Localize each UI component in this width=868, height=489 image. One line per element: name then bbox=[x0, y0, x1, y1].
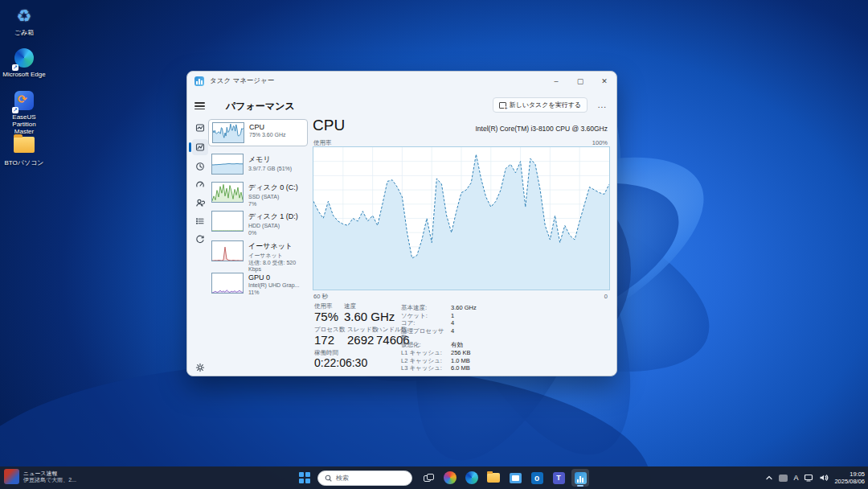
titlebar[interactable]: タスク マネージャー – ▢ ✕ bbox=[187, 72, 616, 91]
copilot-icon bbox=[444, 471, 457, 484]
desktop-icon-edge[interactable]: ↗ Microsoft Edge bbox=[2, 48, 47, 78]
volume-button[interactable] bbox=[819, 474, 829, 482]
teams-button[interactable]: T bbox=[550, 469, 567, 487]
tray-chevron-button[interactable] bbox=[765, 475, 773, 481]
edge-taskbar-button[interactable] bbox=[463, 469, 481, 487]
desktop: ♻ ごみ箱 ↗ Microsoft Edge ↗ EaseUS Partitio… bbox=[0, 0, 868, 489]
perf-item-gpu[interactable]: GPU 0 Intel(R) UHD Grap... 11% bbox=[208, 270, 308, 298]
outlook-button[interactable]: o bbox=[528, 469, 546, 487]
detail-key: ソケット: bbox=[401, 313, 451, 319]
detail-value: 4 bbox=[451, 328, 562, 341]
users-icon bbox=[195, 198, 205, 208]
chevron-up-icon bbox=[765, 475, 773, 481]
stat-value-threads: 2692 bbox=[347, 333, 374, 347]
file-explorer-button[interactable] bbox=[485, 469, 502, 487]
page-title: パフォーマンス bbox=[226, 100, 295, 113]
disk1-mini-chart bbox=[211, 211, 244, 232]
settings-button[interactable] bbox=[192, 360, 208, 376]
search-placeholder: 検索 bbox=[336, 474, 349, 483]
detail-value: 有効 bbox=[451, 342, 562, 348]
history-clock-icon bbox=[195, 162, 205, 171]
perf-item-sub: SSD (SATA) bbox=[248, 194, 298, 200]
maximize-button[interactable]: ▢ bbox=[568, 72, 592, 91]
detail-value: 1.0 MB bbox=[451, 358, 562, 364]
ime-indicator[interactable]: A bbox=[793, 474, 798, 482]
detail-value: 1 bbox=[451, 313, 562, 319]
start-button[interactable] bbox=[296, 469, 313, 487]
sidebar-item-app-history[interactable] bbox=[192, 158, 208, 175]
detail-key: 仮想化: bbox=[401, 342, 451, 348]
windows-logo-icon bbox=[299, 472, 310, 483]
perf-item-title: CPU bbox=[249, 123, 286, 131]
perf-item-sub: Intel(R) UHD Grap... bbox=[248, 282, 299, 289]
perf-item-sub2: 11% bbox=[248, 290, 299, 296]
detail-key: L2 キャッシュ: bbox=[401, 358, 451, 364]
taskbar-search-input[interactable]: 検索 bbox=[317, 471, 412, 486]
startup-icon bbox=[195, 179, 205, 189]
perf-item-memory[interactable]: メモリ 3.9/7.7 GB (51%) bbox=[208, 151, 308, 177]
axis-0-label: 0 bbox=[604, 293, 608, 300]
taskbar-clock[interactable]: 19:05 2025/08/06 bbox=[834, 471, 865, 485]
detail-key: 基本速度: bbox=[401, 305, 451, 311]
close-button[interactable]: ✕ bbox=[592, 72, 616, 91]
network-icon bbox=[804, 474, 813, 482]
cpu-usage-chart bbox=[313, 146, 610, 290]
perf-item-cpu[interactable]: CPU 75% 3.60 GHz bbox=[208, 119, 308, 146]
detail-value: 6.0 MB bbox=[451, 365, 562, 372]
sidebar-item-users[interactable] bbox=[192, 195, 208, 211]
detail-key: L1 キャッシュ: bbox=[401, 350, 451, 356]
perf-item-title: イーサネット bbox=[248, 241, 305, 252]
desktop-icon-label: Microsoft Edge bbox=[2, 71, 47, 78]
desktop-icon-label: EaseUS Partition Master bbox=[2, 113, 47, 135]
minimize-button[interactable]: – bbox=[544, 72, 568, 91]
task-manager-window: タスク マネージャー – ▢ ✕ パフォーマンス 新しいタスクを実行する ... bbox=[186, 71, 617, 376]
perf-item-disk1[interactable]: ディスク 1 (D:) HDD (SATA) 0% bbox=[208, 208, 308, 239]
perf-item-sub: イーサネット bbox=[248, 253, 305, 259]
perf-item-sub2: 7% bbox=[248, 201, 298, 208]
cpu-mini-chart bbox=[212, 122, 244, 143]
more-options-button[interactable]: ... bbox=[598, 97, 607, 113]
stat-value-speed: 3.60 GHz bbox=[344, 310, 395, 323]
speaker-icon bbox=[819, 474, 829, 482]
task-view-button[interactable] bbox=[420, 469, 437, 487]
sidebar-item-services[interactable] bbox=[192, 231, 208, 247]
sidebar-item-performance[interactable] bbox=[192, 139, 208, 155]
axis-60s-label: 60 秒 bbox=[313, 293, 328, 301]
detail-key: コア: bbox=[401, 320, 451, 327]
stat-value-processes: 172 bbox=[314, 333, 334, 347]
store-button[interactable] bbox=[506, 469, 524, 487]
search-icon bbox=[325, 475, 332, 482]
sidebar-item-processes[interactable] bbox=[192, 120, 208, 136]
shortcut-arrow-icon: ↗ bbox=[12, 107, 18, 113]
news-subline: 伊豆諸島で大雨、2... bbox=[23, 477, 76, 483]
sidebar-item-details[interactable] bbox=[192, 213, 208, 229]
perf-item-disk0[interactable]: ディスク 0 (C:) SSD (SATA) 7% bbox=[208, 179, 308, 210]
perf-item-title: ディスク 0 (C:) bbox=[248, 183, 298, 193]
desktop-icon-folder[interactable]: BTOパソコン bbox=[2, 135, 47, 166]
desktop-icon-recycle-bin[interactable]: ♻ ごみ箱 bbox=[2, 6, 47, 36]
store-icon bbox=[510, 473, 522, 483]
file-explorer-icon bbox=[487, 473, 500, 483]
sidebar-item-startup-apps[interactable] bbox=[192, 176, 208, 192]
task-manager-taskbar-button[interactable] bbox=[571, 469, 589, 487]
widgets-news-button[interactable]: ニュース速報 伊豆諸島で大雨、2... bbox=[4, 469, 76, 484]
stat-value-uptime: 0:22:06:30 bbox=[314, 356, 367, 369]
detail-value: 256 KB bbox=[451, 350, 562, 356]
task-view-icon bbox=[424, 474, 434, 483]
desktop-icon-label: ごみ箱 bbox=[2, 29, 47, 36]
cpu-model-name: Intel(R) Core(TM) i3-8100 CPU @ 3.60GHz bbox=[475, 125, 608, 133]
ethernet-mini-chart bbox=[211, 240, 244, 261]
perf-item-title: メモリ bbox=[248, 154, 292, 165]
tray-app-button[interactable] bbox=[779, 475, 788, 482]
network-button[interactable] bbox=[804, 474, 813, 482]
services-icon bbox=[195, 234, 205, 244]
cpu-detail-grid: 基本速度:3.60 GHz ソケット:1 コア:4 論理プロセッサ数:4 仮想化… bbox=[401, 305, 562, 372]
cpu-pane-title: CPU bbox=[313, 117, 345, 134]
perf-item-sub: HDD (SATA) bbox=[248, 223, 298, 229]
window-title: タスク マネージャー bbox=[210, 76, 274, 86]
copilot-button[interactable] bbox=[441, 469, 459, 487]
desktop-icon-easeus[interactable]: ↗ EaseUS Partition Master bbox=[2, 91, 47, 135]
run-new-task-button[interactable]: 新しいタスクを実行する bbox=[493, 97, 588, 113]
processes-icon bbox=[195, 123, 205, 133]
hamburger-menu-button[interactable] bbox=[194, 101, 205, 112]
